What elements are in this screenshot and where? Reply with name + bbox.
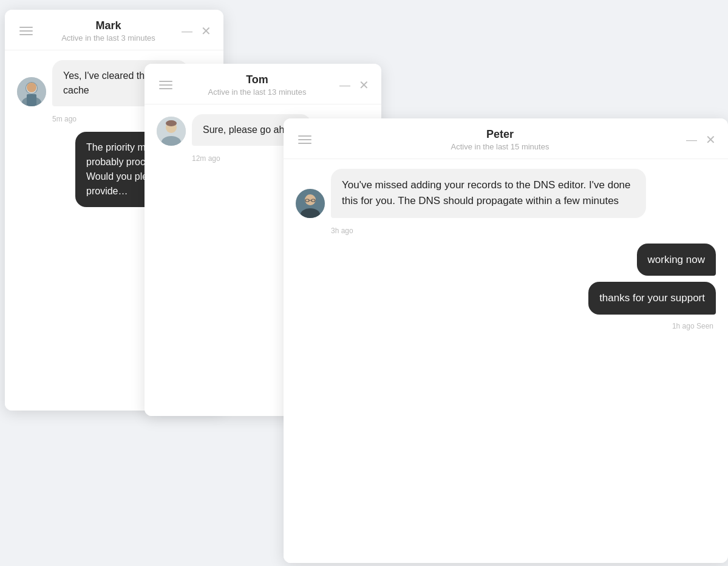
avatar-mark xyxy=(17,77,46,106)
chat-header-center-tom: Tom Active in the last 13 minutes xyxy=(175,73,339,97)
header-actions-mark: — ✕ xyxy=(182,25,211,37)
menu-icon-mark[interactable] xyxy=(17,24,35,38)
chat-header-center-peter: Peter Active in the last 15 minutes xyxy=(314,128,686,151)
minimize-button-tom[interactable]: — xyxy=(339,80,350,90)
menu-icon-tom[interactable] xyxy=(157,78,175,92)
message-row-outgoing-peter-2: thanks for your support xyxy=(296,282,716,315)
menu-icon-peter[interactable] xyxy=(296,133,314,146)
close-button-tom[interactable]: ✕ xyxy=(359,79,369,91)
close-button-peter[interactable]: ✕ xyxy=(706,134,716,146)
minimize-button-mark[interactable]: — xyxy=(182,26,192,36)
avatar-tom xyxy=(157,117,186,146)
chat-subtitle-mark: Active in the last 3 minutes xyxy=(35,33,182,43)
header-actions-tom: — ✕ xyxy=(339,79,369,91)
chat-subtitle-peter: Active in the last 15 minutes xyxy=(314,142,686,151)
chat-header-mark: Mark Active in the last 3 minutes — ✕ xyxy=(5,10,223,50)
message-row-incoming-peter: You've missed adding your records to the… xyxy=(296,169,716,218)
svg-point-4 xyxy=(27,83,36,92)
chat-header-peter: Peter Active in the last 15 minutes — ✕ xyxy=(284,118,728,159)
message-time-peter-incoming: 3h ago xyxy=(296,227,716,235)
chat-title-mark: Mark xyxy=(35,19,182,32)
chat-body-peter: You've missed adding your records to the… xyxy=(284,159,728,563)
bubble-outgoing-peter-2: thanks for your support xyxy=(588,282,716,315)
svg-point-11 xyxy=(305,194,316,205)
chat-header-tom: Tom Active in the last 13 minutes — ✕ xyxy=(145,64,381,104)
chat-window-peter: Peter Active in the last 15 minutes — ✕ xyxy=(284,118,728,563)
bubble-incoming-peter: You've missed adding your records to the… xyxy=(331,169,646,218)
svg-rect-5 xyxy=(27,94,36,106)
message-row-outgoing-peter-1: working now xyxy=(296,244,716,276)
chat-header-center-mark: Mark Active in the last 3 minutes xyxy=(35,19,182,43)
chat-subtitle-tom: Active in the last 13 minutes xyxy=(175,87,339,97)
message-time-peter-seen: 1h ago Seen xyxy=(296,322,716,330)
minimize-button-peter[interactable]: — xyxy=(686,134,697,145)
chat-title-tom: Tom xyxy=(175,73,339,86)
chat-title-peter: Peter xyxy=(314,128,686,141)
header-actions-peter: — ✕ xyxy=(686,134,716,146)
avatar-peter xyxy=(296,189,325,218)
bubble-outgoing-peter-1: working now xyxy=(637,244,716,276)
svg-point-9 xyxy=(166,120,177,126)
close-button-mark[interactable]: ✕ xyxy=(201,25,211,37)
